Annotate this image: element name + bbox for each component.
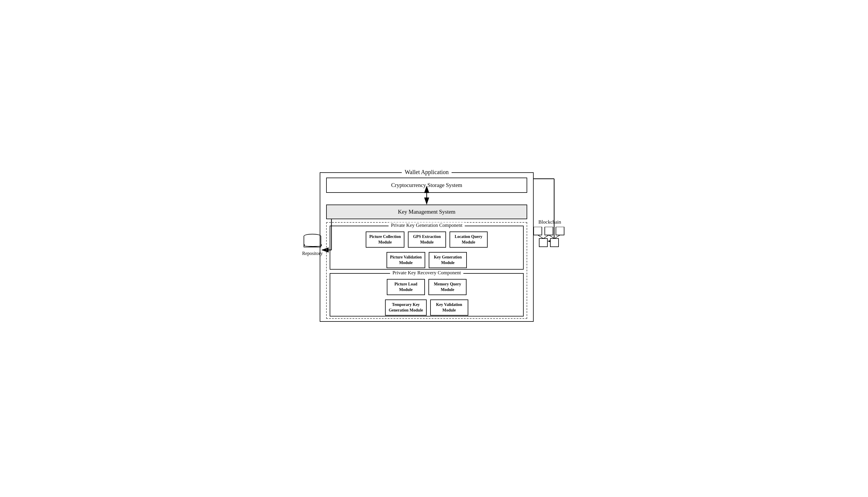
svg-line-9 bbox=[543, 235, 549, 239]
picture-load-module: Picture Load Module bbox=[387, 279, 425, 295]
pkgc-label: Private Key Generation Component bbox=[388, 223, 465, 228]
pkgc-box: Private Key Generation Component Picture… bbox=[330, 226, 524, 270]
svg-rect-7 bbox=[550, 239, 558, 247]
gps-extraction-module: GPS Extraction Module bbox=[408, 231, 446, 247]
pkrc-label: Private Key Recovery Component bbox=[390, 270, 463, 276]
svg-rect-4 bbox=[545, 227, 553, 235]
memory-query-module: Memory Query Module bbox=[428, 279, 467, 295]
cylinder-bottom-cap bbox=[304, 244, 322, 247]
diagram-container: Repository Blockchain Wallet Application… bbox=[302, 167, 566, 330]
blockchain-icon bbox=[533, 227, 566, 253]
pkrc-row2: Temporary Key Generation Module Key Vali… bbox=[333, 299, 520, 316]
blockchain-label: Blockchain bbox=[538, 219, 561, 225]
key-validation-module: Key Validation Module bbox=[430, 299, 468, 316]
temporary-key-gen-module: Temporary Key Generation Module bbox=[385, 299, 426, 316]
cylinder-body bbox=[303, 236, 321, 247]
picture-collection-module: Picture Collection Module bbox=[366, 231, 404, 247]
cylinder-icon bbox=[303, 234, 321, 248]
pkgc-row2: Picture Validation Module Key Generation… bbox=[333, 252, 520, 268]
pkrc-row1: Picture Load Module Memory Query Module bbox=[333, 279, 520, 295]
css-box: Cryptocurrency Storage System bbox=[326, 178, 527, 193]
dashed-outer-box: Private Key Generation Component Picture… bbox=[326, 222, 527, 319]
wallet-app-box: Wallet Application Cryptocurrency Storag… bbox=[320, 172, 533, 322]
svg-rect-3 bbox=[533, 227, 542, 235]
key-generation-module: Key Generation Module bbox=[429, 252, 467, 268]
svg-rect-5 bbox=[556, 227, 564, 235]
wallet-app-title: Wallet Application bbox=[402, 169, 452, 175]
svg-line-11 bbox=[554, 235, 560, 239]
css-label: Cryptocurrency Storage System bbox=[391, 182, 463, 188]
pkgc-row1: Picture Collection Module GPS Extraction… bbox=[333, 231, 520, 247]
kms-label: Key Management System bbox=[398, 209, 455, 215]
svg-line-8 bbox=[538, 235, 543, 239]
blockchain: Blockchain bbox=[533, 219, 566, 253]
svg-rect-6 bbox=[539, 239, 547, 247]
picture-validation-module: Picture Validation Module bbox=[386, 252, 425, 268]
pkrc-box: Private Key Recovery Component Picture L… bbox=[330, 273, 524, 316]
location-query-module: Location Query Module bbox=[450, 231, 488, 247]
kms-box: Key Management System bbox=[326, 204, 527, 219]
svg-line-10 bbox=[549, 235, 554, 239]
